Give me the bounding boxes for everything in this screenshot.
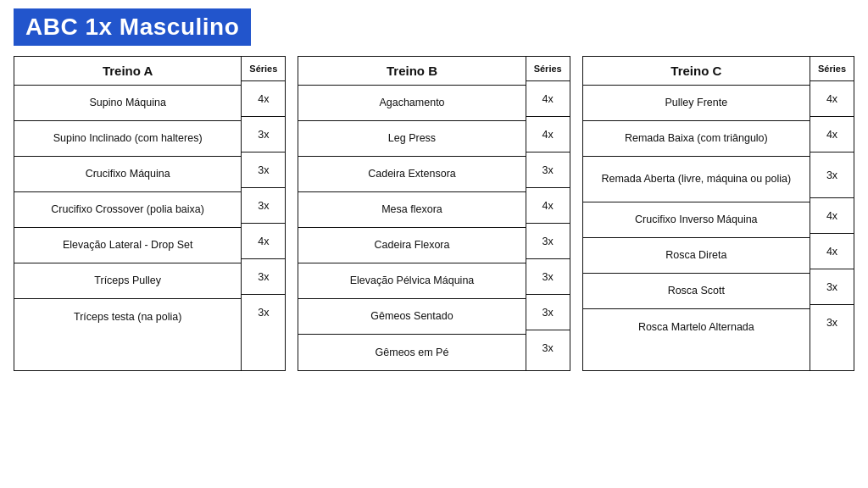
section-b: Treino B Agachamento Leg Press Cadeira E… <box>298 56 570 371</box>
list-item: 3x <box>526 152 570 188</box>
list-item: Tríceps testa (na polia) <box>14 299 241 335</box>
list-item: 4x <box>810 117 854 152</box>
section-c: Treino C Pulley Frente Remada Baixa (com… <box>582 56 854 371</box>
list-item: Crucifixo Máquina <box>14 157 241 192</box>
list-item: Mesa flexora <box>298 192 525 228</box>
list-item: Elevação Pélvica Máquina <box>298 263 525 299</box>
exercise-col-b: Treino B Agachamento Leg Press Cadeira E… <box>298 56 526 371</box>
list-item: Rosca Direta <box>583 238 810 274</box>
treino-b-header: Treino B <box>298 57 525 86</box>
list-item: 4x <box>810 81 854 117</box>
list-item: Gêmeos Sentado <box>298 299 525 335</box>
list-item: 3x <box>810 305 854 341</box>
list-item: Agachamento <box>298 86 525 121</box>
list-item: 4x <box>526 188 570 224</box>
list-item: 4x <box>810 198 854 234</box>
treino-c-header: Treino C <box>583 57 810 86</box>
list-item: Leg Press <box>298 121 525 157</box>
workout-grid: Treino A Supino Máquina Supino Inclinado… <box>14 56 854 371</box>
list-item: 3x <box>526 259 570 295</box>
section-a: Treino A Supino Máquina Supino Inclinado… <box>14 56 286 371</box>
list-item: 3x <box>810 152 854 198</box>
list-item: Supino Máquina <box>14 86 241 121</box>
list-item: 3x <box>526 224 570 259</box>
list-item: 3x <box>526 330 570 366</box>
list-item: 4x <box>526 81 570 117</box>
divider-ab <box>286 56 298 371</box>
series-b-header: Séries <box>526 57 570 81</box>
exercise-col-a: Treino A Supino Máquina Supino Inclinado… <box>14 56 242 371</box>
exercise-col-c: Treino C Pulley Frente Remada Baixa (com… <box>582 56 810 371</box>
list-item: Crucifixo Inverso Máquina <box>583 202 810 238</box>
list-item: Remada Aberta (livre, máquina ou polia) <box>583 157 810 202</box>
list-item: Remada Baixa (com triângulo) <box>583 121 810 157</box>
list-item: 4x <box>526 117 570 152</box>
list-item: Gêmeos em Pé <box>298 335 525 370</box>
series-c-header: Séries <box>810 57 854 81</box>
list-item: Rosca Scott <box>583 274 810 309</box>
list-item: 3x <box>242 295 285 330</box>
list-item: 4x <box>242 81 285 117</box>
list-item: Cadeira Flexora <box>298 228 525 263</box>
list-item: Rosca Martelo Alternada <box>583 309 810 345</box>
treino-a-header: Treino A <box>14 57 241 86</box>
list-item: 3x <box>242 188 285 224</box>
list-item: Elevação Lateral - Drop Set <box>14 228 241 263</box>
list-item: Pulley Frente <box>583 86 810 121</box>
list-item: Crucifixo Crossover (polia baixa) <box>14 192 241 228</box>
list-item: 4x <box>242 224 285 259</box>
series-a-header: Séries <box>242 57 285 81</box>
divider-bc <box>570 56 582 371</box>
list-item: 3x <box>810 269 854 305</box>
list-item: 4x <box>810 234 854 269</box>
page-title: ABC 1x Masculino <box>14 8 251 46</box>
list-item: 3x <box>242 117 285 152</box>
list-item: Tríceps Pulley <box>14 263 241 299</box>
list-item: Supino Inclinado (com halteres) <box>14 121 241 157</box>
list-item: 3x <box>242 259 285 295</box>
list-item: 3x <box>526 295 570 330</box>
list-item: 3x <box>242 152 285 188</box>
list-item: Cadeira Extensora <box>298 157 525 192</box>
series-col-c: Séries 4x 4x 3x 4x 4x 3x 3x <box>810 56 854 371</box>
series-col-a: Séries 4x 3x 3x 3x 4x 3x 3x <box>242 56 286 371</box>
series-col-b: Séries 4x 4x 3x 4x 3x 3x 3x 3x <box>526 56 570 371</box>
